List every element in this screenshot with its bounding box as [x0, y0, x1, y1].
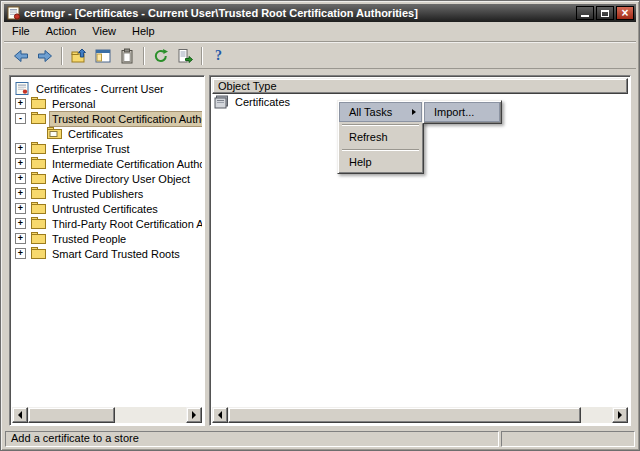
folder-icon: [31, 217, 47, 230]
certificates-root-icon: [15, 82, 31, 95]
show-hide-tree-button[interactable]: [91, 45, 114, 67]
scrollbar-thumb[interactable]: [228, 407, 581, 423]
close-icon: ×: [621, 8, 628, 18]
tree-item-trusted-root-certification-authorities[interactable]: - Trusted Root Certification Autho: [12, 111, 202, 126]
status-bar: Add a certificate to a store: [4, 429, 636, 447]
certmgr-window: certmgr - [Certificates - Current User\T…: [0, 0, 640, 451]
scrollbar-track[interactable]: [28, 407, 186, 423]
tree-item-label[interactable]: Personal: [50, 97, 97, 111]
tree-horizontal-scrollbar[interactable]: [12, 407, 202, 423]
tree-item-label[interactable]: Enterprise Trust: [50, 142, 132, 156]
tree-item-smart-card-trusted-roots[interactable]: + Smart Card Trusted Roots: [12, 246, 202, 261]
scrollbar-thumb[interactable]: [28, 407, 115, 423]
scroll-right-button[interactable]: [612, 407, 628, 423]
scroll-left-icon: [218, 411, 222, 419]
collapse-minus-icon[interactable]: -: [15, 113, 26, 124]
back-button[interactable]: [9, 45, 32, 67]
tree-item-label[interactable]: Untrusted Certificates: [50, 202, 160, 216]
submenu-import[interactable]: Import...: [425, 103, 499, 121]
show-hide-tree-icon: [95, 48, 111, 64]
tree-item-label-selected[interactable]: Trusted Root Certification Autho: [50, 112, 202, 126]
scrollbar-track[interactable]: [228, 407, 612, 423]
folder-icon: [31, 142, 47, 155]
expand-plus-icon[interactable]: +: [15, 98, 26, 109]
menu-view[interactable]: View: [84, 22, 124, 41]
scroll-left-button[interactable]: [212, 407, 228, 423]
tree-item-active-directory-user-object[interactable]: + Active Directory User Object: [12, 171, 202, 186]
submenu-item-label: Import...: [434, 106, 474, 118]
tree-item-enterprise-trust[interactable]: + Enterprise Trust: [12, 141, 202, 156]
workspace: Certificates - Current User + Personal -…: [4, 69, 636, 428]
context-menu: All Tasks Refresh Help: [337, 100, 424, 174]
context-menu-refresh[interactable]: Refresh: [340, 128, 421, 146]
context-menu-help[interactable]: Help: [340, 153, 421, 171]
tree-item-personal[interactable]: + Personal: [12, 96, 202, 111]
scroll-left-button[interactable]: [12, 407, 28, 423]
tree-item-trusted-publishers[interactable]: + Trusted Publishers: [12, 186, 202, 201]
copy-icon: [119, 48, 135, 64]
all-tasks-submenu: Import...: [422, 100, 502, 124]
maximize-button[interactable]: [596, 6, 614, 20]
menu-bar: File Action View Help: [4, 22, 636, 42]
help-button[interactable]: ?: [207, 45, 230, 67]
expand-plus-icon[interactable]: +: [15, 248, 26, 259]
tree-item-label[interactable]: Trusted People: [50, 232, 128, 246]
tree-item-third-party-root-certification-authorities[interactable]: + Third-Party Root Certification Au: [12, 216, 202, 231]
toolbar-separator: [61, 47, 62, 65]
menu-file[interactable]: File: [4, 22, 38, 41]
context-menu-item-label: Help: [349, 156, 372, 168]
tree-item-label[interactable]: Trusted Publishers: [50, 187, 145, 201]
folder-icon: [31, 157, 47, 170]
scroll-right-icon: [618, 411, 622, 419]
certmgr-certificate-icon: [7, 6, 21, 20]
tree-item-label[interactable]: Third-Party Root Certification Au: [50, 217, 202, 231]
column-header-object-type[interactable]: Object Type: [212, 78, 628, 94]
status-panel-secondary: [501, 431, 635, 447]
close-button[interactable]: ×: [616, 6, 634, 20]
certificates-folder-icon: [47, 127, 63, 140]
console-tree: Certificates - Current User + Personal -…: [12, 78, 202, 407]
expand-plus-icon[interactable]: +: [15, 233, 26, 244]
export-list-button[interactable]: [173, 45, 196, 67]
toolbar-separator: [143, 47, 144, 65]
expand-plus-icon[interactable]: +: [15, 188, 26, 199]
context-menu-item-label: All Tasks: [349, 106, 392, 118]
minimize-button[interactable]: [576, 6, 594, 20]
tree-item-label[interactable]: Smart Card Trusted Roots: [50, 247, 182, 261]
menu-separator: [342, 124, 419, 125]
tree-item-trusted-people[interactable]: + Trusted People: [12, 231, 202, 246]
list-item-label[interactable]: Certificates: [235, 96, 290, 108]
tree-item-intermediate-certification-authorities[interactable]: + Intermediate Certification Autho: [12, 156, 202, 171]
tree-item-certificates[interactable]: Certificates: [12, 126, 202, 141]
tree-item-label[interactable]: Certificates: [66, 127, 125, 141]
expand-plus-icon[interactable]: +: [15, 158, 26, 169]
back-icon: [13, 48, 29, 64]
forward-button[interactable]: [33, 45, 56, 67]
tree-item-label[interactable]: Active Directory User Object: [50, 172, 192, 186]
window-title: certmgr - [Certificates - Current User\T…: [24, 7, 572, 19]
up-level-button[interactable]: [67, 45, 90, 67]
tree-item-label[interactable]: Certificates - Current User: [34, 82, 166, 96]
tree-item-certificates-current-user[interactable]: Certificates - Current User: [12, 81, 202, 96]
export-list-icon: [177, 48, 193, 64]
copy-button[interactable]: [115, 45, 138, 67]
minimize-icon: [581, 15, 589, 17]
menu-action[interactable]: Action: [38, 22, 85, 41]
list-horizontal-scrollbar[interactable]: [212, 407, 628, 423]
expand-plus-icon[interactable]: +: [15, 143, 26, 154]
menu-help[interactable]: Help: [124, 22, 163, 41]
scroll-right-button[interactable]: [186, 407, 202, 423]
tree-item-untrusted-certificates[interactable]: + Untrusted Certificates: [12, 201, 202, 216]
title-bar[interactable]: certmgr - [Certificates - Current User\T…: [4, 4, 636, 22]
context-menu-all-tasks[interactable]: All Tasks: [340, 103, 421, 121]
help-icon: ?: [215, 48, 222, 64]
tree-item-label[interactable]: Intermediate Certification Autho: [50, 157, 202, 171]
refresh-icon: [153, 48, 169, 64]
expand-plus-icon[interactable]: +: [15, 203, 26, 214]
folder-icon: [31, 187, 47, 200]
expand-plus-icon[interactable]: +: [15, 173, 26, 184]
refresh-button[interactable]: [149, 45, 172, 67]
menu-separator: [342, 149, 419, 150]
folder-icon: [31, 172, 47, 185]
expand-plus-icon[interactable]: +: [15, 218, 26, 229]
